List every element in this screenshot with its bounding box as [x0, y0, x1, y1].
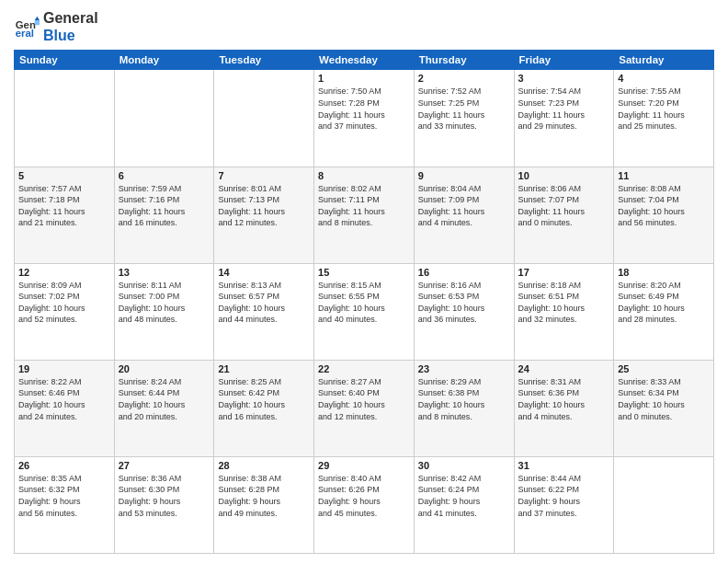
- weekday-header-tuesday: Tuesday: [214, 51, 314, 70]
- day-number: 16: [418, 267, 510, 278]
- calendar-week-row: 19Sunrise: 8:22 AM Sunset: 6:46 PM Dayli…: [15, 360, 714, 456]
- day-number: 23: [418, 363, 510, 374]
- day-info: Sunrise: 8:16 AM Sunset: 6:53 PM Dayligh…: [418, 280, 510, 326]
- logo-icon: Gen eral: [14, 14, 40, 40]
- day-number: 19: [18, 363, 110, 374]
- day-info: Sunrise: 8:25 AM Sunset: 6:42 PM Dayligh…: [218, 376, 310, 422]
- calendar-day-8: 8Sunrise: 8:02 AM Sunset: 7:11 PM Daylig…: [314, 167, 415, 263]
- calendar-day-17: 17Sunrise: 8:18 AM Sunset: 6:51 PM Dayli…: [514, 263, 614, 360]
- day-number: 7: [218, 170, 310, 181]
- day-info: Sunrise: 7:52 AM Sunset: 7:25 PM Dayligh…: [418, 86, 510, 132]
- day-number: 30: [418, 460, 510, 471]
- calendar-day-13: 13Sunrise: 8:11 AM Sunset: 7:00 PM Dayli…: [114, 263, 214, 360]
- day-number: 28: [218, 460, 310, 471]
- weekday-header-sunday: Sunday: [15, 51, 115, 70]
- weekday-header-monday: Monday: [114, 51, 214, 70]
- weekday-header-thursday: Thursday: [414, 51, 514, 70]
- day-info: Sunrise: 8:24 AM Sunset: 6:44 PM Dayligh…: [119, 376, 210, 422]
- day-info: Sunrise: 8:04 AM Sunset: 7:09 PM Dayligh…: [418, 183, 510, 229]
- calendar-day-16: 16Sunrise: 8:16 AM Sunset: 6:53 PM Dayli…: [414, 263, 514, 360]
- calendar-day-29: 29Sunrise: 8:40 AM Sunset: 6:26 PM Dayli…: [314, 456, 415, 553]
- day-info: Sunrise: 8:44 AM Sunset: 6:22 PM Dayligh…: [518, 473, 610, 519]
- day-info: Sunrise: 8:02 AM Sunset: 7:11 PM Dayligh…: [318, 183, 410, 229]
- calendar-day-6: 6Sunrise: 7:59 AM Sunset: 7:16 PM Daylig…: [114, 167, 214, 263]
- day-info: Sunrise: 8:06 AM Sunset: 7:07 PM Dayligh…: [518, 183, 610, 229]
- day-number: 18: [618, 267, 710, 278]
- day-number: 15: [318, 267, 410, 278]
- day-info: Sunrise: 8:38 AM Sunset: 6:28 PM Dayligh…: [218, 473, 310, 519]
- calendar-day-11: 11Sunrise: 8:08 AM Sunset: 7:04 PM Dayli…: [614, 167, 714, 263]
- empty-day: [114, 70, 214, 167]
- weekday-header-wednesday: Wednesday: [314, 51, 415, 70]
- empty-day: [15, 70, 115, 167]
- day-number: 21: [218, 363, 310, 374]
- calendar-day-12: 12Sunrise: 8:09 AM Sunset: 7:02 PM Dayli…: [15, 263, 115, 360]
- day-number: 17: [518, 267, 610, 278]
- day-number: 22: [318, 363, 410, 374]
- day-info: Sunrise: 8:13 AM Sunset: 6:57 PM Dayligh…: [218, 280, 310, 326]
- weekday-header-row: SundayMondayTuesdayWednesdayThursdayFrid…: [15, 51, 714, 70]
- weekday-header-saturday: Saturday: [614, 51, 714, 70]
- day-info: Sunrise: 8:18 AM Sunset: 6:51 PM Dayligh…: [518, 280, 610, 326]
- calendar-day-28: 28Sunrise: 8:38 AM Sunset: 6:28 PM Dayli…: [214, 456, 314, 553]
- calendar-week-row: 5Sunrise: 7:57 AM Sunset: 7:18 PM Daylig…: [15, 167, 714, 263]
- day-info: Sunrise: 7:59 AM Sunset: 7:16 PM Dayligh…: [119, 183, 210, 229]
- day-info: Sunrise: 8:01 AM Sunset: 7:13 PM Dayligh…: [218, 183, 310, 229]
- calendar-day-7: 7Sunrise: 8:01 AM Sunset: 7:13 PM Daylig…: [214, 167, 314, 263]
- empty-day: [614, 456, 714, 553]
- calendar-day-19: 19Sunrise: 8:22 AM Sunset: 6:46 PM Dayli…: [15, 360, 115, 456]
- day-info: Sunrise: 7:55 AM Sunset: 7:20 PM Dayligh…: [618, 86, 710, 132]
- day-number: 26: [18, 460, 110, 471]
- calendar-day-14: 14Sunrise: 8:13 AM Sunset: 6:57 PM Dayli…: [214, 263, 314, 360]
- day-info: Sunrise: 8:20 AM Sunset: 6:49 PM Dayligh…: [618, 280, 710, 326]
- calendar-table: SundayMondayTuesdayWednesdayThursdayFrid…: [14, 50, 714, 554]
- weekday-header-friday: Friday: [514, 51, 614, 70]
- day-number: 2: [418, 73, 510, 84]
- svg-marker-3: [35, 20, 40, 25]
- day-number: 31: [518, 460, 610, 471]
- day-number: 13: [119, 267, 210, 278]
- day-info: Sunrise: 7:50 AM Sunset: 7:28 PM Dayligh…: [318, 86, 410, 132]
- day-number: 6: [119, 170, 210, 181]
- calendar-day-30: 30Sunrise: 8:42 AM Sunset: 6:24 PM Dayli…: [414, 456, 514, 553]
- day-number: 5: [18, 170, 110, 181]
- day-number: 11: [618, 170, 710, 181]
- day-number: 29: [318, 460, 410, 471]
- logo-general-text: General: [43, 9, 98, 27]
- calendar-week-row: 1Sunrise: 7:50 AM Sunset: 7:28 PM Daylig…: [15, 70, 714, 167]
- day-info: Sunrise: 8:29 AM Sunset: 6:38 PM Dayligh…: [418, 376, 510, 422]
- day-number: 25: [618, 363, 710, 374]
- calendar-day-15: 15Sunrise: 8:15 AM Sunset: 6:55 PM Dayli…: [314, 263, 415, 360]
- day-number: 14: [218, 267, 310, 278]
- day-info: Sunrise: 8:09 AM Sunset: 7:02 PM Dayligh…: [18, 280, 110, 326]
- calendar-day-23: 23Sunrise: 8:29 AM Sunset: 6:38 PM Dayli…: [414, 360, 514, 456]
- day-number: 27: [119, 460, 210, 471]
- calendar-day-18: 18Sunrise: 8:20 AM Sunset: 6:49 PM Dayli…: [614, 263, 714, 360]
- calendar-day-10: 10Sunrise: 8:06 AM Sunset: 7:07 PM Dayli…: [514, 167, 614, 263]
- calendar-day-1: 1Sunrise: 7:50 AM Sunset: 7:28 PM Daylig…: [314, 70, 415, 167]
- day-number: 1: [318, 73, 410, 84]
- day-info: Sunrise: 8:36 AM Sunset: 6:30 PM Dayligh…: [119, 473, 210, 519]
- empty-day: [214, 70, 314, 167]
- calendar-day-27: 27Sunrise: 8:36 AM Sunset: 6:30 PM Dayli…: [114, 456, 214, 553]
- calendar-day-31: 31Sunrise: 8:44 AM Sunset: 6:22 PM Dayli…: [514, 456, 614, 553]
- day-number: 20: [119, 363, 210, 374]
- day-info: Sunrise: 8:15 AM Sunset: 6:55 PM Dayligh…: [318, 280, 410, 326]
- calendar-day-9: 9Sunrise: 8:04 AM Sunset: 7:09 PM Daylig…: [414, 167, 514, 263]
- day-number: 3: [518, 73, 610, 84]
- logo: Gen eral General Blue: [14, 9, 98, 44]
- day-info: Sunrise: 8:22 AM Sunset: 6:46 PM Dayligh…: [18, 376, 110, 422]
- svg-text:eral: eral: [16, 29, 34, 40]
- day-info: Sunrise: 8:11 AM Sunset: 7:00 PM Dayligh…: [119, 280, 210, 326]
- day-number: 24: [518, 363, 610, 374]
- logo-blue-text: Blue: [43, 27, 98, 44]
- calendar-day-2: 2Sunrise: 7:52 AM Sunset: 7:25 PM Daylig…: [414, 70, 514, 167]
- day-info: Sunrise: 7:54 AM Sunset: 7:23 PM Dayligh…: [518, 86, 610, 132]
- day-info: Sunrise: 8:27 AM Sunset: 6:40 PM Dayligh…: [318, 376, 410, 422]
- day-info: Sunrise: 8:33 AM Sunset: 6:34 PM Dayligh…: [618, 376, 710, 422]
- calendar-day-21: 21Sunrise: 8:25 AM Sunset: 6:42 PM Dayli…: [214, 360, 314, 456]
- day-number: 12: [18, 267, 110, 278]
- calendar-day-22: 22Sunrise: 8:27 AM Sunset: 6:40 PM Dayli…: [314, 360, 415, 456]
- svg-marker-2: [35, 17, 40, 20]
- day-info: Sunrise: 7:57 AM Sunset: 7:18 PM Dayligh…: [18, 183, 110, 229]
